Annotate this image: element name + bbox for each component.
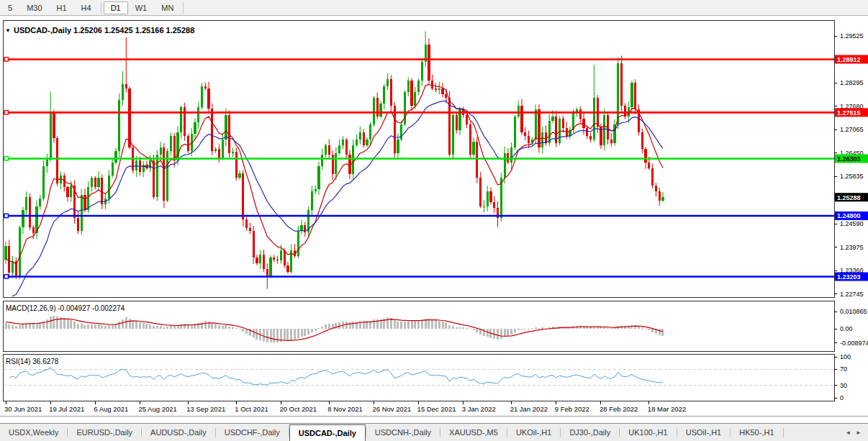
- macd-axis[interactable]: 0.0108650.00-0.008974: [834, 308, 868, 347]
- svg-text:1.24590: 1.24590: [840, 220, 864, 227]
- rsi-line: [9, 368, 663, 385]
- tab-usdcad-daily[interactable]: USDCAD-,Daily: [289, 424, 366, 441]
- timeframe-h4[interactable]: H4: [74, 1, 99, 14]
- svg-text:100: 100: [840, 353, 851, 360]
- time-axis[interactable]: 30 Jun 202119 Jul 20216 Aug 202125 Aug 2…: [4, 401, 686, 413]
- macd-histogram: [5, 316, 664, 342]
- svg-text:1.28912: 1.28912: [837, 56, 861, 63]
- rsi-indicator-label: RSI(14) 36.6278: [6, 358, 59, 365]
- svg-text:0: 0: [840, 394, 844, 401]
- svg-text:1.28295: 1.28295: [840, 79, 864, 86]
- tab-scroll-right-icon[interactable]: ►: [856, 429, 862, 436]
- svg-text:1.26303: 1.26303: [837, 155, 861, 163]
- timeframe-h1[interactable]: H1: [50, 1, 74, 14]
- svg-text:19 Jul 2021: 19 Jul 2021: [49, 405, 84, 413]
- hline-1.28912[interactable]: 1.28912: [4, 55, 868, 63]
- chart-title: USDCAD-,Daily 1.25206 1.25425 1.25166 1.…: [14, 26, 194, 35]
- timeframe-toolbar: 5M30H1H4D1W1MN: [0, 0, 868, 16]
- svg-text:1 Oct 2021: 1 Oct 2021: [235, 405, 268, 413]
- macd-indicator-label: MACD(12,26,9) -0.004927 -0.002274: [6, 304, 125, 312]
- timeframe-w1[interactable]: W1: [128, 1, 155, 14]
- svg-text:1.27065: 1.27065: [840, 126, 864, 133]
- svg-text:1.22745: 1.22745: [840, 291, 864, 298]
- svg-text:1.29525: 1.29525: [840, 32, 864, 40]
- tab-usdx-weekly[interactable]: USDX,Weekly: [0, 424, 67, 441]
- tab-usdchf-daily[interactable]: USDCHF-,Daily: [216, 424, 289, 441]
- rsi-levels: [4, 369, 834, 386]
- rsi-axis[interactable]: 10070300: [834, 353, 851, 401]
- svg-text:25 Aug 2021: 25 Aug 2021: [138, 405, 176, 413]
- svg-text:13 Sep 2021: 13 Sep 2021: [186, 405, 225, 413]
- svg-text:1.25288: 1.25288: [837, 194, 861, 201]
- tab-audusd-daily[interactable]: AUDUSD-,Daily: [142, 424, 215, 441]
- svg-text:28 Feb 2022: 28 Feb 2022: [600, 405, 638, 413]
- tab-uk100-h1[interactable]: UK100-,H1: [620, 424, 676, 441]
- tab-hk50-h1[interactable]: HK50-,H1: [731, 424, 782, 441]
- svg-text:1.24800: 1.24800: [837, 212, 861, 219]
- tab-xauusd-m5[interactable]: XAUUSD-,M5: [440, 424, 507, 441]
- svg-text:8 Nov 2021: 8 Nov 2021: [327, 405, 363, 413]
- timeframe-mn[interactable]: MN: [154, 1, 181, 14]
- svg-text:0.010865: 0.010865: [840, 308, 867, 315]
- rsi-panel[interactable]: [3, 354, 834, 401]
- svg-text:15 Dec 2021: 15 Dec 2021: [417, 405, 456, 413]
- svg-text:1.25835: 1.25835: [840, 173, 864, 180]
- ma-fast-line: [6, 85, 663, 265]
- svg-text:21 Jan 2022: 21 Jan 2022: [510, 405, 548, 413]
- macd-signal-line: [6, 319, 663, 340]
- svg-text:1.23203: 1.23203: [837, 273, 861, 281]
- tab-usdcnh-daily[interactable]: USDCNH-,Daily: [366, 424, 440, 441]
- svg-text:1.27515: 1.27515: [837, 109, 861, 117]
- tab-dj30-daily[interactable]: DJ30-,Daily: [561, 424, 619, 441]
- toolbar-separator: [101, 2, 101, 14]
- svg-text:30 Jun 2021: 30 Jun 2021: [4, 405, 42, 413]
- tab-eurusd-daily[interactable]: EURUSD-,Daily: [68, 424, 141, 441]
- hline-1.23203[interactable]: 1.23203: [4, 272, 868, 281]
- svg-text:20 Oct 2021: 20 Oct 2021: [279, 405, 317, 413]
- svg-text:-0.008974: -0.008974: [840, 340, 868, 347]
- svg-text:1.23975: 1.23975: [840, 244, 864, 251]
- svg-text:70: 70: [840, 365, 847, 373]
- tab-scroll-left-icon[interactable]: ◄: [845, 429, 851, 436]
- svg-text:6 Aug 2021: 6 Aug 2021: [94, 405, 128, 413]
- symbol-tabbar: USDX,WeeklyEURUSD-,DailyAUDUSD-,DailyUSD…: [0, 423, 868, 441]
- svg-text:0.00: 0.00: [840, 325, 853, 332]
- svg-text:3 Jan 2022: 3 Jan 2022: [462, 405, 496, 413]
- timeframe-m30[interactable]: M30: [19, 1, 49, 14]
- svg-text:30: 30: [840, 382, 847, 389]
- mt4-window: 5M30H1H4D1W1MN ▼ USDCAD-,Daily 1.25206 1…: [0, 0, 868, 441]
- tab-usoil-h1[interactable]: USOil-,H1: [677, 424, 731, 441]
- current-price-tag: 1.25288: [835, 193, 868, 201]
- tab-ukoil-h1[interactable]: UKOil-,H1: [507, 424, 561, 441]
- timeframe-d1[interactable]: D1: [104, 1, 128, 14]
- svg-text:18 Mar 2022: 18 Mar 2022: [648, 405, 686, 413]
- symbol-dropdown-icon[interactable]: ▼: [5, 27, 11, 34]
- hline-1.24800[interactable]: 1.24800: [4, 212, 868, 220]
- toolbar-separator: [183, 2, 184, 14]
- chart-canvas[interactable]: ▼ USDCAD-,Daily 1.25206 1.25425 1.25166 …: [0, 16, 868, 423]
- price-axis[interactable]: 1.295251.282951.276801.270651.264501.258…: [834, 32, 864, 298]
- candles-layer: [4, 31, 664, 288]
- hline-1.27515[interactable]: 1.27515: [4, 108, 868, 117]
- svg-text:9 Feb 2022: 9 Feb 2022: [555, 405, 589, 413]
- tab-separator: [783, 428, 784, 437]
- timeframe-5[interactable]: 5: [1, 1, 19, 14]
- svg-text:26 Nov 2021: 26 Nov 2021: [372, 405, 411, 413]
- tab-scroll-arrows: ◄►: [838, 424, 868, 441]
